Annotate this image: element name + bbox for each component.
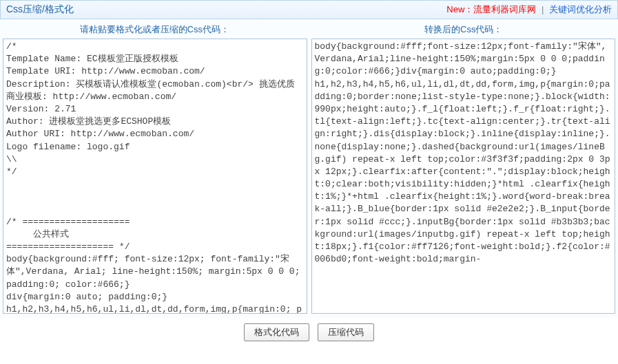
input-css-textarea[interactable]	[3, 39, 307, 314]
link-keyword-analysis[interactable]: 关键词优化分析	[549, 4, 612, 14]
input-label: 请粘贴要格式化或者压缩的Css代码：	[0, 23, 309, 36]
output-label: 转换后的Css代码：	[309, 23, 619, 36]
code-panels	[0, 39, 618, 318]
buttons-row: 格式化代码 压缩代码	[0, 318, 618, 348]
labels-row: 请粘贴要格式化或者压缩的Css代码： 转换后的Css代码：	[0, 19, 618, 39]
link-separator: |	[542, 4, 544, 14]
page-title: Css压缩/格式化	[6, 3, 74, 16]
compress-button[interactable]: 压缩代码	[318, 323, 374, 341]
new-label: New：	[446, 4, 473, 14]
link-ciku[interactable]: 流量利器词库网	[473, 4, 536, 14]
format-button[interactable]: 格式化代码	[244, 323, 309, 341]
output-css-textarea[interactable]	[311, 39, 616, 314]
header-bar: Css压缩/格式化 New：流量利器词库网 | 关键词优化分析	[0, 0, 618, 19]
header-links: New：流量利器词库网 | 关键词优化分析	[446, 3, 612, 16]
